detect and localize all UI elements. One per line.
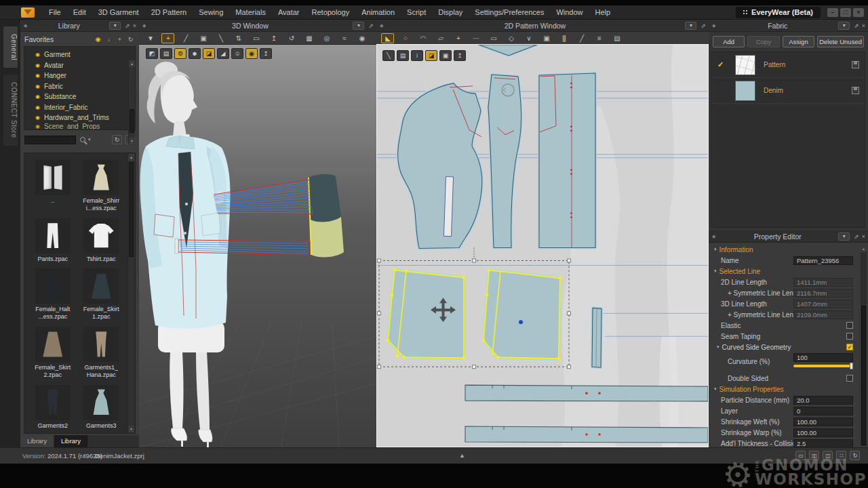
wind-tool[interactable]: ≈: [338, 33, 351, 43]
menu-avatar[interactable]: Avatar: [272, 5, 306, 20]
library-item[interactable]: Garments1_ Hana.zpac: [77, 327, 126, 379]
layout-pane[interactable]: ◫: [823, 451, 833, 460]
maximize-button[interactable]: □: [840, 8, 851, 17]
pattern-garment-icon[interactable]: ▤: [397, 50, 409, 61]
layout-reset[interactable]: ↻: [850, 451, 860, 460]
assign-fabric-button[interactable]: Assign: [783, 36, 814, 47]
seam-allowance-tool[interactable]: ▣: [540, 33, 553, 43]
menu-materials[interactable]: Materials: [229, 5, 272, 20]
trace-tool[interactable]: ╱: [575, 33, 588, 43]
favorite-item[interactable]: ◉ Interior_Fabric: [24, 102, 135, 113]
menu-edit[interactable]: Edit: [67, 5, 92, 20]
pattern-piece-waistband-1[interactable]: [465, 385, 708, 401]
show-shirt-toggle[interactable]: ▤: [160, 48, 172, 59]
library-item[interactable]: Garments2: [28, 385, 77, 430]
seam-taping-checkbox[interactable]: [846, 333, 853, 340]
menu-2d-pattern[interactable]: 2D Pattern: [145, 5, 193, 20]
refresh-library-button[interactable]: ↻: [112, 135, 122, 144]
canvas-3d[interactable]: ◩▤⚙☻◪◢☺◉↥: [139, 45, 376, 447]
menu-retopology[interactable]: Retopology: [306, 5, 356, 20]
scroll-down-icon[interactable]: ▼: [128, 426, 134, 432]
menu-3d-garment[interactable]: 3D Garment: [92, 5, 145, 20]
favorite-item[interactable]: ◉ Garment: [24, 49, 135, 60]
show-garment-toggle[interactable]: ◩: [146, 48, 158, 59]
close-icon[interactable]: ×: [133, 22, 136, 29]
timeline-expand-button[interactable]: ▲: [459, 452, 465, 459]
simulate-tool[interactable]: ▼: [144, 33, 157, 43]
dock-pin-icon[interactable]: ◆: [712, 23, 715, 28]
minimize-button[interactable]: –: [827, 8, 838, 17]
scroll-down-icon[interactable]: ▼: [129, 138, 135, 144]
dock-pin-icon[interactable]: ◆: [712, 234, 715, 239]
scrollbar-thumb[interactable]: [130, 109, 134, 133]
curvature-input[interactable]: [793, 353, 853, 362]
pattern-piece-strip[interactable]: [592, 308, 601, 367]
pattern-piece-selected-right[interactable]: [482, 268, 562, 361]
favorite-item[interactable]: ◉ Avatar: [24, 60, 135, 71]
select-mesh-tool[interactable]: ╱: [179, 33, 192, 43]
favorites-badge-icon[interactable]: ◉: [94, 36, 102, 43]
library-grid-scrollbar[interactable]: ▲ ▼: [127, 154, 134, 432]
menu-file[interactable]: File: [43, 5, 67, 20]
avatar-arrange-tool[interactable]: ↥: [267, 33, 280, 43]
everywear-button[interactable]: EveryWear (Beta): [736, 7, 821, 18]
library-item[interactable]: Female_Shirr i...ess.zpac: [77, 160, 126, 212]
grid-snap-tool[interactable]: ▦: [302, 33, 315, 43]
favorite-item[interactable]: ◉ Hardware_and_Trims: [24, 113, 135, 123]
favorites-scrollbar[interactable]: ▲ ▼: [128, 60, 135, 144]
menu-help[interactable]: Help: [589, 5, 617, 20]
property-editor-dropdown[interactable]: ▾: [838, 232, 850, 241]
library-item[interactable]: ..: [28, 160, 77, 212]
pattern-piece-waistband-2[interactable]: [465, 426, 708, 443]
edit-curvature-tool[interactable]: ◠: [416, 33, 429, 43]
wedge-display-toggle[interactable]: ◢: [217, 48, 229, 59]
popout-icon[interactable]: ⇗: [854, 233, 859, 240]
popout-icon[interactable]: ⇗: [125, 22, 130, 29]
scroll-up-icon[interactable]: ▲: [128, 154, 134, 161]
sidebar-tab-general[interactable]: General: [3, 26, 18, 68]
double-sided-checkbox[interactable]: [846, 375, 853, 382]
menu-script[interactable]: Script: [401, 5, 432, 20]
section-information[interactable]: ▾ Information: [709, 244, 860, 255]
search-icon[interactable]: [80, 137, 85, 142]
fabric-dropdown[interactable]: ▾: [838, 22, 850, 30]
close-icon[interactable]: ×: [862, 22, 865, 29]
select-move-tool[interactable]: +: [161, 33, 174, 43]
particle-distance-input[interactable]: [793, 396, 853, 405]
slider-thumb[interactable]: [850, 363, 853, 369]
add-favorite-icon[interactable]: +: [115, 36, 124, 43]
dart-tool[interactable]: ◇: [505, 33, 517, 43]
fabric-item-denim[interactable]: Denim: [712, 78, 865, 104]
scroll-up-icon[interactable]: ▲: [129, 60, 135, 67]
scrollbar-thumb[interactable]: [129, 162, 134, 257]
popout-icon[interactable]: ⇗: [368, 22, 374, 29]
add-point-tool[interactable]: +: [452, 33, 465, 43]
pattern-piece-back[interactable]: [539, 73, 595, 248]
polygon-tool[interactable]: ⋯: [469, 33, 482, 43]
add-fabric-button[interactable]: Add: [713, 36, 745, 47]
curved-side-geometry-checkbox[interactable]: ✓: [846, 344, 853, 350]
refresh-icon[interactable]: ↻: [126, 36, 135, 43]
fold-arrangement-toggle[interactable]: ◪: [203, 48, 215, 59]
pattern-slash-icon[interactable]: ╲: [382, 50, 395, 61]
pleat-tool[interactable]: |||: [557, 33, 570, 43]
gizmo-tool[interactable]: ◉: [355, 33, 368, 43]
cuff-piece-3d[interactable]: [309, 174, 344, 257]
library-item[interactable]: Pants.zpac: [28, 218, 77, 263]
tab-library-2[interactable]: Library: [54, 435, 88, 447]
addl-thickness-input[interactable]: [793, 439, 853, 448]
property-editor-scrollbar[interactable]: ▲: [861, 245, 867, 446]
simulation-settings[interactable]: ⚙: [174, 48, 186, 59]
duplicate-tool[interactable]: ▭: [250, 33, 262, 43]
delete-unused-fabric-button[interactable]: Delete Unused: [817, 36, 864, 47]
avatar-display-toggle[interactable]: ☻: [189, 48, 201, 59]
pin-tool[interactable]: ◎: [320, 33, 333, 43]
popout-icon[interactable]: ⇗: [701, 22, 706, 29]
favorite-item[interactable]: ◉ Hanger: [24, 70, 135, 81]
dock-pin-icon[interactable]: ◆: [24, 23, 27, 28]
menu-sewing[interactable]: Sewing: [193, 5, 229, 20]
library-item[interactable]: Female_Skirt 2.zpac: [28, 327, 77, 379]
library-item[interactable]: Garments3: [77, 385, 126, 430]
shrinkage-warp-input[interactable]: [793, 428, 853, 437]
viewport-2d-dropdown[interactable]: ▾: [685, 22, 696, 30]
